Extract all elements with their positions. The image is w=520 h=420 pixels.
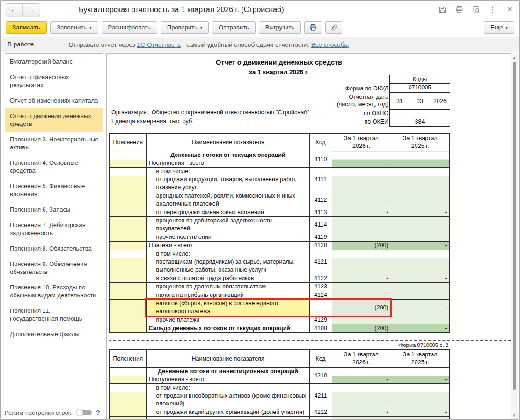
explanation-cell[interactable] bbox=[109, 250, 146, 274]
value-cell-2026[interactable]: - bbox=[332, 233, 391, 242]
value-cell-2026[interactable]: - bbox=[332, 291, 391, 300]
scroll-up-arrow[interactable]: ▲ bbox=[511, 54, 518, 60]
explanation-cell[interactable] bbox=[109, 408, 146, 417]
explanation-cell[interactable] bbox=[109, 283, 146, 291]
value-cell-2025[interactable]: - bbox=[391, 291, 450, 300]
value-cell-2026[interactable]: - bbox=[332, 250, 391, 274]
attachment-button[interactable] bbox=[325, 21, 342, 34]
value-cell-2025[interactable]: - bbox=[391, 417, 450, 420]
send-button[interactable]: Отправить bbox=[212, 21, 255, 34]
value-cell-2025[interactable]: - bbox=[391, 233, 450, 242]
value-cell-2026[interactable]: (200) bbox=[332, 242, 391, 250]
explanation-cell[interactable] bbox=[109, 233, 146, 242]
value-cell-2025[interactable]: - bbox=[391, 208, 450, 217]
kebab-menu-icon[interactable]: ⋮ bbox=[488, 5, 498, 15]
explanation-cell[interactable] bbox=[109, 316, 146, 324]
value-cell-2025[interactable]: - bbox=[391, 283, 450, 291]
check-button[interactable]: Проверить▾ bbox=[161, 21, 209, 34]
save-button[interactable]: Записать bbox=[6, 21, 47, 34]
value-cell-2025[interactable]: - bbox=[391, 250, 450, 274]
value-cell-2025[interactable]: - bbox=[391, 217, 450, 233]
decrypt-button[interactable]: Расшифровать bbox=[102, 21, 157, 34]
explanation-cell[interactable] bbox=[109, 168, 146, 192]
value-cell-2026[interactable]: - bbox=[332, 316, 391, 324]
forward-button[interactable]: → bbox=[23, 4, 40, 16]
value-cell-2025[interactable]: - bbox=[391, 242, 450, 250]
explanation-cell[interactable] bbox=[109, 417, 146, 420]
value-cell-2025[interactable]: - bbox=[391, 274, 450, 283]
1c-reporting-link[interactable]: 1С-Отчетность bbox=[137, 41, 181, 48]
explanation-cell[interactable] bbox=[109, 300, 146, 316]
value-cell-2025[interactable]: - bbox=[391, 168, 450, 192]
explanation-cell[interactable] bbox=[109, 291, 146, 300]
explanation-cell[interactable] bbox=[109, 274, 146, 283]
status-state-link[interactable]: В работе bbox=[7, 41, 34, 48]
fill-button[interactable]: Заполнить▾ bbox=[50, 21, 98, 34]
value-cell-2025[interactable]: - bbox=[391, 316, 450, 324]
explanation-cell[interactable] bbox=[109, 324, 146, 333]
sidebar-item[interactable]: Бухгалтерский баланс bbox=[5, 54, 103, 69]
value-cell-2026[interactable]: - bbox=[332, 417, 391, 420]
sidebar-item[interactable]: Отчет о финансовых результатах bbox=[5, 69, 103, 93]
value-cell-2026[interactable]: - bbox=[332, 168, 391, 192]
save-icon[interactable] bbox=[438, 5, 447, 15]
sidebar-item[interactable]: Пояснения 9. Обеспечения обязательств bbox=[5, 256, 103, 280]
form-page2-label: Форма 0710005 с. 2 bbox=[109, 342, 449, 349]
value-cell-2025[interactable]: - bbox=[391, 384, 450, 408]
value-cell-2026[interactable]: - bbox=[332, 283, 391, 291]
value-cell-2025[interactable]: - bbox=[391, 408, 450, 417]
code-cell: 4213 bbox=[309, 417, 332, 420]
code-cell: 4112 bbox=[309, 192, 332, 208]
report-title: Отчет о движении денежных средств bbox=[109, 59, 449, 66]
value-cell-2025[interactable]: - bbox=[391, 324, 450, 333]
value-cell-2026[interactable]: - bbox=[332, 217, 391, 233]
explanation-cell[interactable] bbox=[109, 192, 146, 208]
value-cell-2026[interactable]: - bbox=[332, 192, 391, 208]
value-cell-2026[interactable]: - bbox=[332, 151, 391, 168]
value-cell-2026[interactable]: (200) bbox=[332, 300, 391, 316]
scroll-down-arrow[interactable]: ▼ bbox=[511, 412, 518, 419]
vertical-scrollbar[interactable]: ▲ ▼ bbox=[511, 53, 518, 419]
preview-icon[interactable] bbox=[471, 5, 481, 15]
sidebar-item[interactable]: Пояснения 3. Нематериальные активы bbox=[5, 132, 103, 155]
value-cell-2026[interactable]: - bbox=[332, 274, 391, 283]
value-cell-2026[interactable]: - bbox=[332, 408, 391, 417]
sidebar-item[interactable]: Пояснения 8. Обязательства bbox=[5, 241, 103, 256]
rows-setup-toggle[interactable] bbox=[76, 409, 93, 416]
sidebar-item[interactable]: Отчет об изменениях капитала bbox=[5, 93, 103, 108]
explanation-cell[interactable] bbox=[109, 208, 146, 217]
explanation-cell[interactable] bbox=[109, 151, 146, 168]
sidebar-item[interactable]: Пояснения 5. Финансовые вложения bbox=[5, 178, 103, 202]
close-icon[interactable]: × bbox=[505, 5, 514, 15]
more-button[interactable]: Еще▾ bbox=[484, 21, 514, 34]
back-button[interactable]: ← bbox=[6, 4, 23, 16]
code-cell: 4119 bbox=[309, 233, 332, 242]
explanation-cell[interactable] bbox=[109, 242, 146, 250]
sidebar-item[interactable]: Пояснения 4. Основные средства bbox=[5, 155, 103, 178]
table-row: процентов по дебиторской задолженности п… bbox=[109, 217, 450, 233]
value-cell-2025[interactable]: - bbox=[391, 192, 450, 208]
explanation-cell[interactable] bbox=[109, 368, 146, 384]
export-button[interactable]: Выгрузить bbox=[259, 21, 301, 34]
table-header: ПоясненияНаименование показателяКодЗа 1 … bbox=[109, 350, 450, 368]
value-cell-2026[interactable]: - bbox=[332, 368, 391, 384]
help-icon[interactable]: ? bbox=[96, 409, 100, 416]
sidebar-item[interactable]: Пояснения 11. Государственная помощь bbox=[5, 303, 103, 326]
value-cell-2026[interactable]: (200) bbox=[332, 324, 391, 333]
print-button[interactable] bbox=[304, 21, 322, 34]
scrollbar-thumb[interactable] bbox=[513, 62, 516, 390]
sidebar-item[interactable]: Пояснения 7. Дебиторская задолженность bbox=[5, 217, 103, 241]
print-icon[interactable] bbox=[454, 5, 464, 15]
explanation-cell[interactable] bbox=[109, 217, 146, 233]
sidebar-item[interactable]: Пояснения 6. Запасы bbox=[5, 202, 103, 217]
sidebar-item[interactable]: Пояснения 10. Расходы по обычным видам д… bbox=[5, 280, 103, 303]
sidebar-item[interactable]: Дополнительные файлы bbox=[5, 326, 103, 342]
value-cell-2025[interactable]: - bbox=[391, 368, 450, 384]
value-cell-2025[interactable]: - bbox=[391, 300, 450, 316]
sidebar-item[interactable]: Отчет о движении денежных средств bbox=[5, 108, 103, 132]
value-cell-2025[interactable]: - bbox=[391, 151, 450, 168]
value-cell-2026[interactable]: - bbox=[332, 208, 391, 217]
explanation-cell[interactable] bbox=[109, 384, 146, 408]
value-cell-2026[interactable]: - bbox=[332, 384, 391, 408]
all-methods-link[interactable]: Все способы bbox=[311, 41, 349, 48]
